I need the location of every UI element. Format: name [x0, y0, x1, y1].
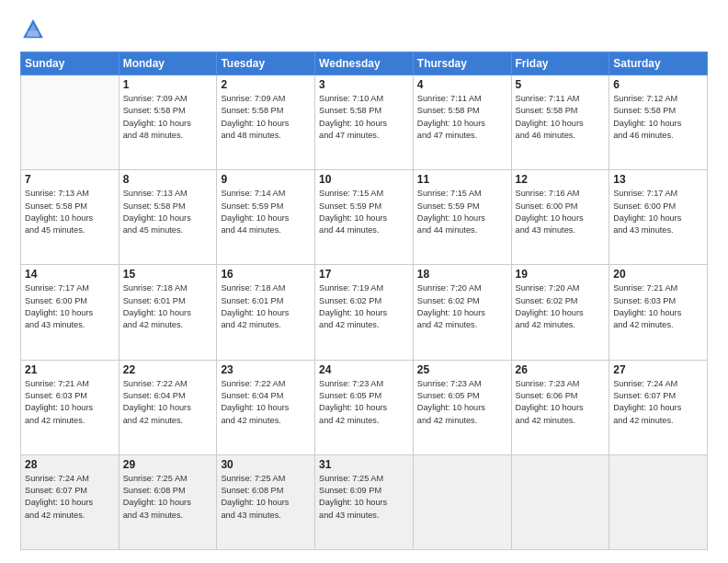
day-number: 19 [516, 268, 606, 281]
day-info: Sunrise: 7:18 AM Sunset: 6:01 PM Dayligh… [221, 282, 311, 331]
day-cell: 11Sunrise: 7:15 AM Sunset: 5:59 PM Dayli… [413, 170, 511, 265]
day-cell: 9Sunrise: 7:14 AM Sunset: 5:59 PM Daylig… [217, 170, 315, 265]
day-number: 25 [417, 363, 507, 376]
day-info: Sunrise: 7:11 AM Sunset: 5:58 PM Dayligh… [516, 93, 606, 142]
day-number: 21 [25, 363, 115, 376]
day-info: Sunrise: 7:23 AM Sunset: 6:05 PM Dayligh… [417, 378, 507, 427]
day-number: 24 [319, 363, 409, 376]
day-info: Sunrise: 7:25 AM Sunset: 6:09 PM Dayligh… [319, 473, 409, 522]
day-number: 1 [123, 78, 213, 91]
day-info: Sunrise: 7:15 AM Sunset: 5:59 PM Dayligh… [319, 188, 409, 236]
logo [20, 17, 50, 42]
day-cell: 29Sunrise: 7:25 AM Sunset: 6:08 PM Dayli… [119, 454, 217, 549]
day-info: Sunrise: 7:23 AM Sunset: 6:05 PM Dayligh… [319, 378, 409, 427]
day-info: Sunrise: 7:13 AM Sunset: 5:58 PM Dayligh… [25, 188, 115, 236]
day-number: 2 [221, 78, 311, 91]
day-number: 17 [319, 268, 409, 281]
day-number: 9 [221, 173, 311, 186]
day-number: 3 [319, 78, 409, 91]
week-row-3: 14Sunrise: 7:17 AM Sunset: 6:00 PM Dayli… [21, 265, 708, 360]
day-info: Sunrise: 7:25 AM Sunset: 6:08 PM Dayligh… [123, 473, 213, 522]
weekday-header-sunday: Sunday [21, 52, 119, 75]
day-info: Sunrise: 7:12 AM Sunset: 5:58 PM Dayligh… [613, 93, 703, 142]
header [20, 17, 708, 42]
weekday-header-monday: Monday [119, 52, 217, 75]
day-info: Sunrise: 7:22 AM Sunset: 6:04 PM Dayligh… [123, 378, 213, 427]
day-info: Sunrise: 7:20 AM Sunset: 6:02 PM Dayligh… [516, 282, 606, 331]
day-cell: 28Sunrise: 7:24 AM Sunset: 6:07 PM Dayli… [21, 454, 119, 549]
day-info: Sunrise: 7:24 AM Sunset: 6:07 PM Dayligh… [613, 378, 703, 427]
day-number: 22 [123, 363, 213, 376]
day-info: Sunrise: 7:16 AM Sunset: 6:00 PM Dayligh… [516, 188, 606, 236]
day-info: Sunrise: 7:17 AM Sunset: 6:00 PM Dayligh… [25, 282, 115, 331]
weekday-header-saturday: Saturday [609, 52, 708, 75]
day-cell: 18Sunrise: 7:20 AM Sunset: 6:02 PM Dayli… [413, 265, 511, 360]
day-cell: 1Sunrise: 7:09 AM Sunset: 5:58 PM Daylig… [119, 75, 217, 170]
day-cell: 15Sunrise: 7:18 AM Sunset: 6:01 PM Dayli… [119, 265, 217, 360]
day-number: 11 [417, 173, 507, 186]
day-number: 4 [417, 78, 507, 91]
day-number: 16 [221, 268, 311, 281]
day-number: 27 [613, 363, 703, 376]
day-info: Sunrise: 7:13 AM Sunset: 5:58 PM Dayligh… [123, 188, 213, 236]
day-info: Sunrise: 7:23 AM Sunset: 6:06 PM Dayligh… [516, 378, 606, 427]
day-number: 31 [319, 458, 409, 471]
day-number: 20 [613, 268, 703, 281]
day-cell: 2Sunrise: 7:09 AM Sunset: 5:58 PM Daylig… [217, 75, 315, 170]
day-number: 6 [613, 78, 703, 91]
day-cell: 3Sunrise: 7:10 AM Sunset: 5:58 PM Daylig… [315, 75, 414, 170]
weekday-header-wednesday: Wednesday [315, 52, 414, 75]
day-cell: 22Sunrise: 7:22 AM Sunset: 6:04 PM Dayli… [119, 360, 217, 454]
day-info: Sunrise: 7:20 AM Sunset: 6:02 PM Dayligh… [417, 282, 507, 331]
day-cell: 4Sunrise: 7:11 AM Sunset: 5:58 PM Daylig… [413, 75, 511, 170]
logo-icon [20, 17, 46, 42]
day-cell: 24Sunrise: 7:23 AM Sunset: 6:05 PM Dayli… [315, 360, 414, 454]
day-number: 8 [123, 173, 213, 186]
week-row-2: 7Sunrise: 7:13 AM Sunset: 5:58 PM Daylig… [21, 170, 708, 265]
day-number: 13 [613, 173, 703, 186]
day-info: Sunrise: 7:11 AM Sunset: 5:58 PM Dayligh… [417, 93, 507, 142]
day-cell [511, 454, 609, 549]
day-info: Sunrise: 7:25 AM Sunset: 6:08 PM Dayligh… [221, 473, 311, 522]
day-cell: 19Sunrise: 7:20 AM Sunset: 6:02 PM Dayli… [511, 265, 609, 360]
weekday-header-thursday: Thursday [413, 52, 511, 75]
svg-rect-2 [28, 31, 39, 37]
day-number: 10 [319, 173, 409, 186]
day-number: 26 [516, 363, 606, 376]
day-cell: 25Sunrise: 7:23 AM Sunset: 6:05 PM Dayli… [413, 360, 511, 454]
day-cell: 10Sunrise: 7:15 AM Sunset: 5:59 PM Dayli… [315, 170, 414, 265]
day-info: Sunrise: 7:14 AM Sunset: 5:59 PM Dayligh… [221, 188, 311, 236]
calendar-table: SundayMondayTuesdayWednesdayThursdayFrid… [20, 52, 708, 550]
day-cell: 12Sunrise: 7:16 AM Sunset: 6:00 PM Dayli… [511, 170, 609, 265]
day-number: 18 [417, 268, 507, 281]
day-info: Sunrise: 7:22 AM Sunset: 6:04 PM Dayligh… [221, 378, 311, 427]
day-cell: 6Sunrise: 7:12 AM Sunset: 5:58 PM Daylig… [609, 75, 708, 170]
day-info: Sunrise: 7:09 AM Sunset: 5:58 PM Dayligh… [221, 93, 311, 142]
week-row-4: 21Sunrise: 7:21 AM Sunset: 6:03 PM Dayli… [21, 360, 708, 454]
day-cell [413, 454, 511, 549]
day-cell: 17Sunrise: 7:19 AM Sunset: 6:02 PM Dayli… [315, 265, 414, 360]
day-cell: 23Sunrise: 7:22 AM Sunset: 6:04 PM Dayli… [217, 360, 315, 454]
day-number: 30 [221, 458, 311, 471]
day-cell: 13Sunrise: 7:17 AM Sunset: 6:00 PM Dayli… [609, 170, 708, 265]
day-cell: 31Sunrise: 7:25 AM Sunset: 6:09 PM Dayli… [315, 454, 414, 549]
day-cell: 5Sunrise: 7:11 AM Sunset: 5:58 PM Daylig… [511, 75, 609, 170]
day-info: Sunrise: 7:21 AM Sunset: 6:03 PM Dayligh… [25, 378, 115, 427]
day-cell: 20Sunrise: 7:21 AM Sunset: 6:03 PM Dayli… [609, 265, 708, 360]
day-info: Sunrise: 7:15 AM Sunset: 5:59 PM Dayligh… [417, 188, 507, 236]
day-cell: 14Sunrise: 7:17 AM Sunset: 6:00 PM Dayli… [21, 265, 119, 360]
day-number: 28 [25, 458, 115, 471]
weekday-header-row: SundayMondayTuesdayWednesdayThursdayFrid… [21, 52, 708, 75]
day-cell: 30Sunrise: 7:25 AM Sunset: 6:08 PM Dayli… [217, 454, 315, 549]
day-info: Sunrise: 7:24 AM Sunset: 6:07 PM Dayligh… [25, 473, 115, 522]
day-info: Sunrise: 7:18 AM Sunset: 6:01 PM Dayligh… [123, 282, 213, 331]
day-info: Sunrise: 7:09 AM Sunset: 5:58 PM Dayligh… [123, 93, 213, 142]
day-number: 5 [516, 78, 606, 91]
page: SundayMondayTuesdayWednesdayThursdayFrid… [0, 0, 728, 563]
day-number: 15 [123, 268, 213, 281]
day-cell: 7Sunrise: 7:13 AM Sunset: 5:58 PM Daylig… [21, 170, 119, 265]
day-cell: 8Sunrise: 7:13 AM Sunset: 5:58 PM Daylig… [119, 170, 217, 265]
day-info: Sunrise: 7:10 AM Sunset: 5:58 PM Dayligh… [319, 93, 409, 142]
day-cell [21, 75, 119, 170]
day-cell [609, 454, 708, 549]
